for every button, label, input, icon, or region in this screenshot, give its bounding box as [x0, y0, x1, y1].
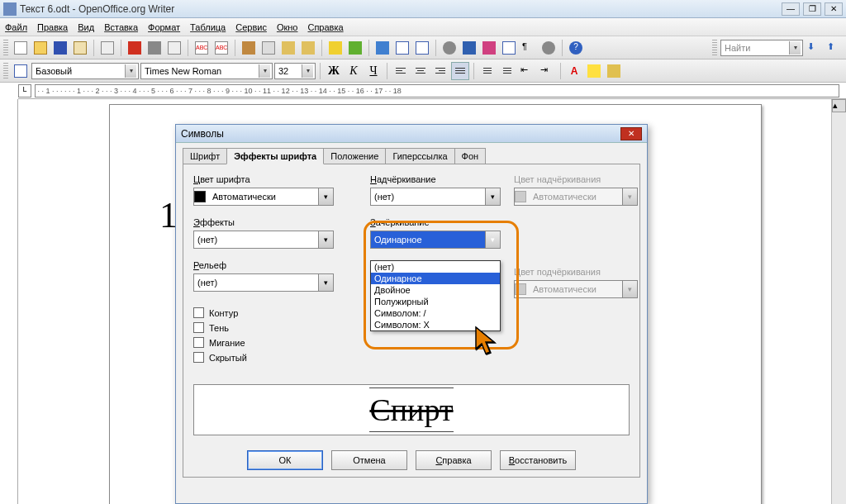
italic-button[interactable]: К — [345, 62, 363, 80]
align-center-button[interactable] — [411, 62, 430, 80]
overline-combo[interactable]: (нет) — [370, 188, 501, 206]
hidden-checkbox[interactable]: Скрытый — [193, 352, 350, 363]
vertical-ruler[interactable] — [0, 99, 18, 504]
align-left-button[interactable] — [392, 62, 410, 80]
table-button[interactable] — [393, 39, 411, 57]
gallery-button[interactable] — [480, 39, 498, 57]
outline-checkbox[interactable]: Контур — [193, 307, 350, 318]
dropdown-icon[interactable] — [318, 274, 333, 291]
size-dropdown-icon[interactable] — [302, 64, 313, 78]
cut-button[interactable] — [240, 39, 258, 57]
find-combo[interactable]: Найти — [720, 40, 803, 56]
tab-background[interactable]: Фон — [454, 148, 487, 164]
underline-button[interactable]: Ч — [364, 62, 383, 80]
spellcheck-button[interactable]: ABC — [192, 39, 211, 57]
format-paint-button[interactable] — [299, 39, 317, 57]
menu-edit[interactable]: Правка — [37, 22, 68, 32]
menu-insert[interactable]: Вставка — [104, 22, 138, 32]
hyperlink-button[interactable] — [373, 39, 392, 57]
style-dropdown-icon[interactable] — [125, 64, 136, 78]
font-color-combo[interactable]: Автоматически — [193, 188, 334, 206]
menu-help[interactable]: Справка — [307, 22, 343, 32]
blink-checkbox[interactable]: Мигание — [193, 337, 350, 348]
paste-button[interactable] — [279, 39, 297, 57]
new-button[interactable] — [12, 39, 30, 57]
horizontal-ruler[interactable]: L · · 1 · · · · · · 1 · · · 2 · · · 3 · … — [18, 83, 846, 99]
copy-button[interactable] — [259, 39, 278, 57]
strike-option-slash[interactable]: Символом: / — [371, 307, 500, 319]
datasources-button[interactable] — [500, 39, 518, 57]
highlight-button[interactable] — [585, 62, 603, 80]
font-dropdown-icon[interactable] — [259, 64, 270, 78]
indent-dec-button[interactable]: ⇤ — [518, 62, 536, 80]
tab-font[interactable]: Шрифт — [183, 148, 227, 164]
undo-button[interactable] — [326, 39, 345, 57]
strike-option-x[interactable]: Символом: X — [371, 319, 500, 330]
strike-dropdown-list[interactable]: (нет) Одинарное Двойное Полужирный Симво… — [370, 260, 501, 331]
close-button[interactable]: ✕ — [825, 2, 843, 16]
print-button[interactable] — [145, 39, 164, 57]
numbering-button[interactable] — [478, 62, 497, 80]
style-combo[interactable]: Базовый — [31, 63, 139, 79]
tab-type-icon[interactable]: L — [18, 84, 31, 97]
strike-combo[interactable]: Одинарное — [370, 231, 501, 249]
relief-combo[interactable]: (нет) — [193, 273, 334, 292]
tab-hyperlink[interactable]: Гиперссылка — [385, 148, 454, 164]
dropdown-icon[interactable] — [485, 188, 500, 205]
ok-button[interactable]: ОК — [247, 450, 323, 470]
show-draw-button[interactable] — [413, 39, 431, 57]
preview-button[interactable] — [165, 39, 183, 57]
zoom-button[interactable] — [539, 39, 558, 57]
maximize-button[interactable]: ❐ — [803, 2, 821, 16]
bg-color-button[interactable] — [605, 62, 623, 80]
navigator-button[interactable] — [460, 39, 478, 57]
menu-file[interactable]: Файл — [5, 22, 27, 32]
menu-format[interactable]: Формат — [148, 22, 180, 32]
tab-font-effects[interactable]: Эффекты шрифта — [226, 148, 324, 164]
menu-window[interactable]: Окно — [277, 22, 298, 32]
bold-button[interactable]: Ж — [325, 62, 343, 80]
align-right-button[interactable] — [431, 62, 449, 80]
strike-option-bold[interactable]: Полужирный — [371, 296, 500, 307]
scroll-up-button[interactable]: ▴ — [832, 99, 846, 112]
cancel-button[interactable]: Отмена — [331, 450, 407, 470]
dropdown-icon[interactable] — [318, 188, 333, 205]
tab-position[interactable]: Положение — [323, 148, 386, 164]
edit-doc-button[interactable] — [98, 39, 116, 57]
autospell-button[interactable]: ABC — [212, 39, 231, 57]
minimize-button[interactable]: — — [782, 2, 800, 16]
mail-button[interactable] — [71, 39, 89, 57]
restore-button[interactable]: Восстановить — [500, 450, 576, 470]
font-combo[interactable]: Times New Roman — [140, 63, 273, 79]
dialog-titlebar[interactable]: Символы ✕ — [176, 125, 647, 143]
vertical-scrollbar[interactable]: ▴ — [831, 99, 846, 504]
save-button[interactable] — [51, 39, 69, 57]
size-combo[interactable]: 32 — [274, 63, 316, 79]
bullets-button[interactable] — [498, 62, 516, 80]
indent-inc-button[interactable]: ⇥ — [538, 62, 556, 80]
menu-table[interactable]: Таблица — [190, 22, 226, 32]
dropdown-icon[interactable] — [485, 231, 500, 248]
strike-option-double[interactable]: Двойное — [371, 284, 500, 296]
styles-button[interactable] — [12, 62, 30, 80]
shadow-checkbox[interactable]: Тень — [193, 322, 350, 333]
toolbar-grip-3[interactable] — [3, 63, 8, 79]
toolbar-grip[interactable] — [3, 40, 8, 56]
help-button[interactable]: Справка — [416, 450, 492, 470]
font-color-button[interactable]: A — [565, 62, 583, 80]
find-button[interactable] — [440, 39, 459, 57]
find-prev-button[interactable]: ⬆ — [825, 39, 843, 57]
toolbar-grip-2[interactable] — [712, 40, 717, 56]
redo-button[interactable] — [346, 39, 364, 57]
nonprinting-button[interactable]: ¶ — [520, 39, 538, 57]
effects-combo[interactable]: (нет) — [193, 231, 334, 249]
align-justify-button[interactable] — [451, 62, 469, 80]
find-next-button[interactable]: ⬇ — [805, 39, 823, 57]
find-dropdown-icon[interactable] — [789, 41, 801, 55]
dropdown-icon[interactable] — [318, 231, 333, 248]
strike-option-none[interactable]: (нет) — [371, 261, 500, 273]
open-button[interactable] — [31, 39, 50, 57]
help-button[interactable]: ? — [567, 39, 585, 57]
menu-tools[interactable]: Сервис — [235, 22, 267, 32]
menu-view[interactable]: Вид — [78, 22, 94, 32]
